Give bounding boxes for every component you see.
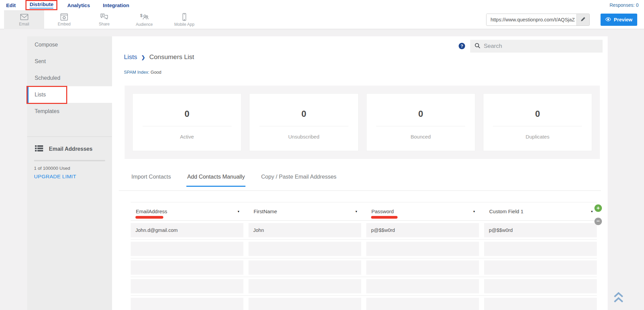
nav-edit[interactable]: Edit <box>6 2 16 8</box>
preview-button[interactable]: Preview <box>601 14 637 26</box>
field-select-custom-field-1[interactable]: Custom Field 1 ▾ <box>484 202 597 220</box>
survey-url-group <box>486 14 590 26</box>
sidebar-item-lists[interactable]: Lists <box>27 86 112 103</box>
stat-card-active: 0 Active <box>132 93 241 151</box>
contacts-tabs: Import Contacts Add Contacts Manually Co… <box>131 173 337 187</box>
breadcrumb-lists-link[interactable]: Lists <box>124 53 137 61</box>
stat-label: Bounced <box>367 134 475 140</box>
email-sidebar: Compose Sent Scheduled Lists Templates E… <box>27 36 112 310</box>
edit-url-button[interactable] <box>576 14 589 25</box>
contact-cell-input[interactable] <box>249 279 361 293</box>
contact-cell-input[interactable] <box>366 279 479 293</box>
contact-cell-input[interactable] <box>131 260 243 275</box>
nav-tabs: Edit Distribute Analytics Integration <box>0 0 129 10</box>
field-select-firstname[interactable]: FirstName ▾ <box>249 202 361 220</box>
usage-progress-bar <box>34 160 105 161</box>
stat-value: 0 <box>133 109 241 119</box>
search-input[interactable] <box>484 43 603 50</box>
contact-cell-input[interactable] <box>484 242 597 256</box>
contact-cell-input[interactable] <box>131 279 243 293</box>
tab-import-contacts[interactable]: Import Contacts <box>131 173 171 187</box>
stat-label: Duplicates <box>483 134 592 140</box>
contact-row <box>131 221 597 240</box>
breadcrumb: Lists ❯ Consumers List <box>124 53 194 61</box>
upgrade-limit-link[interactable]: UPGRADE LIMIT <box>34 174 76 180</box>
field-select-label: EmailAddress <box>136 208 167 214</box>
nav-integration[interactable]: Integration <box>103 2 129 8</box>
sidebar-item-sent[interactable]: Sent <box>27 53 112 70</box>
tool-embed-label: Embed <box>58 22 71 26</box>
preview-button-label: Preview <box>614 17 632 22</box>
sidebar-item-scheduled[interactable]: Scheduled <box>27 70 112 86</box>
stat-value: 0 <box>367 109 475 119</box>
contact-cell-input[interactable] <box>249 260 361 275</box>
sidebar-item-templates[interactable]: Templates <box>27 103 112 120</box>
email-addresses-header: Email Addresses <box>35 144 92 154</box>
top-navigation: Edit Distribute Analytics Integration Re… <box>0 0 644 10</box>
tabs-divider <box>119 190 601 191</box>
tool-embed[interactable]: Embed <box>44 10 84 29</box>
contact-cell-input[interactable] <box>366 242 479 256</box>
stat-card-unsubscribed: 0 Unsubscribed <box>249 93 358 151</box>
sidebar-item-compose[interactable]: Compose <box>27 36 112 53</box>
tool-share[interactable]: Share <box>84 10 124 29</box>
tool-mobile-app[interactable]: Mobile App <box>164 10 204 29</box>
contact-cell-input[interactable] <box>366 298 479 310</box>
tool-audience-label: Audience <box>136 22 153 27</box>
search-box <box>470 40 603 53</box>
field-select-emailaddress[interactable]: EmailAddress ▾ <box>131 202 243 220</box>
responses-count[interactable]: Responses: 0 <box>609 2 644 8</box>
stat-card-duplicates: 0 Duplicates <box>483 93 592 151</box>
nav-analytics[interactable]: Analytics <box>67 2 90 8</box>
eye-icon <box>605 17 611 22</box>
nav-distribute[interactable]: Distribute <box>30 1 53 8</box>
annotation-box-distribute: Distribute <box>25 0 57 10</box>
embed-icon <box>60 13 68 21</box>
spam-index-label: SPAM Index: <box>124 70 149 75</box>
tool-audience[interactable]: $ Audience <box>124 10 164 29</box>
contact-cell-input[interactable] <box>131 242 243 256</box>
usage-text: 1 of 100000 Used <box>34 166 70 171</box>
contact-cell-input[interactable] <box>366 223 479 237</box>
remove-row-button[interactable]: − <box>594 218 602 225</box>
svg-text:$: $ <box>140 13 143 18</box>
chevron-down-icon: ▾ <box>473 209 475 213</box>
audience-icon: $ <box>140 13 149 21</box>
email-addresses-title: Email Addresses <box>49 146 92 152</box>
tool-email[interactable]: Email <box>4 10 44 29</box>
field-select-label: Custom Field 1 <box>489 208 523 214</box>
email-icon <box>20 13 29 21</box>
contact-cell-input[interactable] <box>131 298 243 310</box>
contact-cell-input[interactable] <box>249 223 361 237</box>
contact-cell-input[interactable] <box>249 298 361 310</box>
survey-url-input[interactable] <box>486 14 576 25</box>
tab-add-contacts-manually[interactable]: Add Contacts Manually <box>186 173 245 187</box>
tab-copy-paste-emails[interactable]: Copy / Paste Email Addresses <box>260 173 337 187</box>
share-icon <box>100 13 109 21</box>
stat-label: Active <box>133 134 241 140</box>
contact-cell-input[interactable] <box>366 260 479 275</box>
annotation-underline-password <box>371 216 398 219</box>
contact-rows <box>131 221 597 310</box>
add-row-button[interactable]: + <box>594 204 602 212</box>
distribute-toolbar: Email Embed Share $ Audience <box>0 10 644 29</box>
scroll-to-top-button[interactable] <box>612 291 625 305</box>
pencil-icon <box>581 17 586 23</box>
contact-row <box>131 277 597 296</box>
tool-email-label: Email <box>19 22 29 26</box>
field-select-password[interactable]: Password ▾ <box>366 202 479 220</box>
contact-cell-input[interactable] <box>249 242 361 256</box>
contact-cell-input[interactable] <box>484 223 597 237</box>
contact-cell-input[interactable] <box>484 279 597 293</box>
contact-fields-header: EmailAddress ▾ FirstName ▾ Password ▾ Cu… <box>131 202 597 221</box>
help-icon[interactable]: ? <box>459 43 465 49</box>
spam-index-line: SPAM Index: Good <box>124 70 161 75</box>
contact-cell-input[interactable] <box>484 260 597 275</box>
breadcrumb-current: Consumers List <box>149 53 194 61</box>
contact-row <box>131 258 597 277</box>
search-icon <box>475 43 480 50</box>
chevron-down-icon: ▾ <box>355 209 357 213</box>
field-select-label: Password <box>371 208 394 214</box>
contact-cell-input[interactable] <box>484 298 597 310</box>
contact-cell-input[interactable] <box>131 223 243 237</box>
